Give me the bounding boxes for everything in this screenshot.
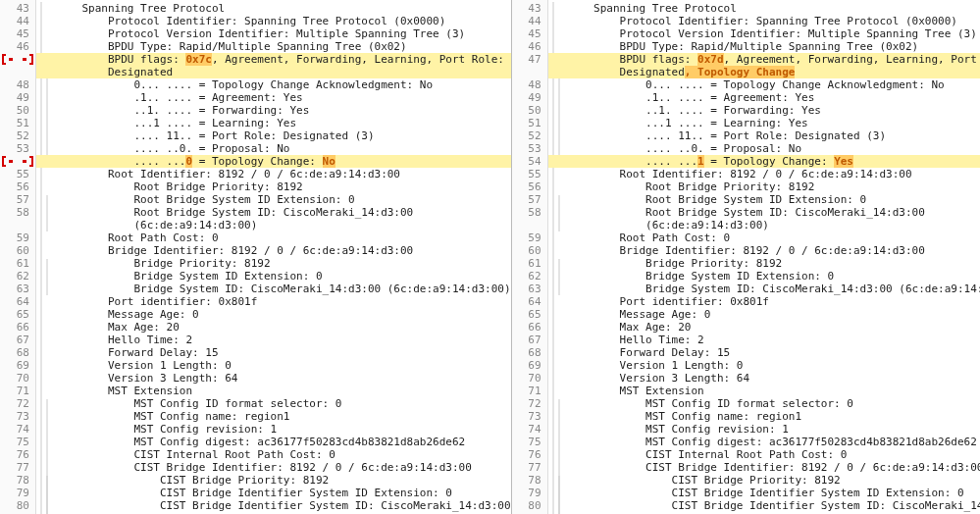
packet-field-row[interactable]: Bridge System ID: CiscoMeraki_14:d3:00 (…: [548, 283, 980, 295]
line-number: 54: [512, 155, 547, 168]
packet-field-row[interactable]: Version 3 Length: 64: [36, 372, 511, 385]
packet-field-row[interactable]: CIST Bridge Priority: 8192: [36, 474, 511, 487]
packet-field-row[interactable]: Max Age: 20: [36, 321, 511, 334]
packet-field-row[interactable]: BPDU flags: 0x7d, Agreement, Forwarding,…: [548, 53, 980, 66]
packet-field-row[interactable]: Designated, Topology Change: [548, 66, 980, 78]
packet-field-row[interactable]: Root Bridge System ID: CiscoMeraki_14:d3…: [36, 206, 511, 219]
line-number: 65: [512, 308, 547, 321]
packet-field-row[interactable]: Root Bridge Priority: 8192: [548, 180, 980, 193]
packet-field-row[interactable]: ..1. .... = Forwarding: Yes: [548, 104, 980, 117]
packet-field-row[interactable]: Protocol Identifier: Spanning Tree Proto…: [548, 15, 980, 27]
packet-field-row[interactable]: CIST Bridge Identifier: 8192 / 0 / 6c:de…: [548, 461, 980, 474]
packet-field-row[interactable]: MST Extension: [36, 385, 511, 397]
packet-field-row[interactable]: CIST Bridge Priority: 8192: [548, 474, 980, 487]
packet-field-row[interactable]: Hello Time: 2: [548, 334, 980, 346]
packet-field-row[interactable]: Message Age: 0: [36, 308, 511, 321]
diff-token: 1: [697, 155, 704, 168]
packet-field-row[interactable]: Port identifier: 0x801f: [548, 295, 980, 308]
packet-field-row[interactable]: Message Age: 0: [548, 308, 980, 321]
packet-field-row[interactable]: Protocol Version Identifier: Multiple Sp…: [548, 27, 980, 40]
packet-field-row[interactable]: Spanning Tree Protocol: [548, 2, 980, 15]
packet-field-row[interactable]: Bridge System ID Extension: 0: [548, 270, 980, 283]
packet-field-row[interactable]: MST Config name: region1: [36, 410, 511, 423]
diff-token: 0x7d: [697, 53, 724, 66]
packet-field-row[interactable]: MST Config ID format selector: 0: [548, 397, 980, 410]
packet-field-row[interactable]: Forward Delay: 15: [548, 346, 980, 359]
line-number: 75: [512, 436, 547, 448]
packet-field-row[interactable]: .1.. .... = Agreement: Yes: [36, 91, 511, 104]
packet-field-row[interactable]: Root Identifier: 8192 / 0 / 6c:de:a9:14:…: [36, 168, 511, 180]
packet-field-row[interactable]: BPDU flags: 0x7c, Agreement, Forwarding,…: [36, 53, 511, 66]
packet-field-row[interactable]: .1.. .... = Agreement: Yes: [548, 91, 980, 104]
packet-field-row[interactable]: Root Bridge System ID Extension: 0: [36, 193, 511, 206]
packet-field-row[interactable]: Forward Delay: 15: [36, 346, 511, 359]
pane-left[interactable]: 4344454647484950515253545556575859606162…: [0, 0, 512, 514]
packet-field-row[interactable]: (6c:de:a9:14:d3:00): [548, 219, 980, 231]
packet-field-row[interactable]: Bridge Priority: 8192: [548, 257, 980, 270]
packet-field-row[interactable]: BPDU Type: Rapid/Multiple Spanning Tree …: [36, 40, 511, 53]
packet-field-row[interactable]: MST Extension: [548, 385, 980, 397]
packet-field-row[interactable]: Root Bridge System ID Extension: 0: [548, 193, 980, 206]
packet-field-row[interactable]: Protocol Version Identifier: Multiple Sp…: [36, 27, 511, 40]
packet-field-row[interactable]: Version 1 Length: 0: [548, 359, 980, 372]
packet-field-row[interactable]: (6c:de:a9:14:d3:00): [36, 219, 511, 231]
packet-field-row[interactable]: MST Config digest: ac36177f50283cd4b8382…: [36, 436, 511, 448]
packet-field-row[interactable]: .... 11.. = Port Role: Designated (3): [548, 129, 980, 142]
packet-field-row[interactable]: Max Age: 20: [548, 321, 980, 334]
packet-field-row[interactable]: Port identifier: 0x801f: [36, 295, 511, 308]
packet-field-row[interactable]: CIST Internal Root Path Cost: 0: [36, 448, 511, 461]
packet-field-row[interactable]: Root Identifier: 8192 / 0 / 6c:de:a9:14:…: [548, 168, 980, 180]
packet-field-row[interactable]: .... ..0. = Proposal: No: [548, 142, 980, 155]
packet-field-row[interactable]: .... ...0 = Topology Change: No: [36, 155, 511, 168]
content-left[interactable]: Spanning Tree Protocol Protocol Identifi…: [36, 0, 511, 514]
line-number: [512, 66, 547, 78]
line-number: 80: [512, 499, 547, 512]
packet-field-row[interactable]: Bridge Identifier: 8192 / 0 / 6c:de:a9:1…: [548, 244, 980, 257]
packet-field-row[interactable]: CIST Bridge Identifier: 8192 / 0 / 6c:de…: [36, 461, 511, 474]
packet-field-row[interactable]: Version 1 Length: 0: [36, 359, 511, 372]
line-number: 53: [0, 142, 35, 155]
packet-field-row[interactable]: Hello Time: 2: [36, 334, 511, 346]
packet-field-row[interactable]: .... 11.. = Port Role: Designated (3): [36, 129, 511, 142]
packet-field-row[interactable]: CIST Bridge Identifier System ID Extensi…: [36, 487, 511, 499]
packet-field-row[interactable]: MST Config revision: 1: [548, 423, 980, 436]
packet-field-row[interactable]: Root Bridge System ID: CiscoMeraki_14:d3…: [548, 206, 980, 219]
packet-field-row[interactable]: MST Config digest: ac36177f50283cd4b8382…: [548, 436, 980, 448]
packet-field-row[interactable]: Root Path Cost: 0: [36, 231, 511, 244]
packet-field-text: Max Age: 20: [548, 321, 692, 334]
packet-field-row[interactable]: CIST Bridge Identifier System ID: CiscoM…: [548, 499, 980, 512]
packet-field-row[interactable]: Protocol Identifier: Spanning Tree Proto…: [36, 15, 511, 27]
packet-field-row[interactable]: Root Bridge Priority: 8192: [36, 180, 511, 193]
line-number: 78: [512, 474, 547, 487]
packet-field-row[interactable]: .... ..0. = Proposal: No: [36, 142, 511, 155]
packet-field-row[interactable]: Bridge System ID: CiscoMeraki_14:d3:00 (…: [36, 283, 511, 295]
line-number: 73: [512, 410, 547, 423]
line-number: 62: [0, 270, 35, 283]
packet-field-row[interactable]: Root Path Cost: 0: [548, 231, 980, 244]
line-number: 71: [0, 385, 35, 397]
packet-field-row[interactable]: MST Config ID format selector: 0: [36, 397, 511, 410]
packet-field-row[interactable]: Bridge Priority: 8192: [36, 257, 511, 270]
packet-field-row[interactable]: Bridge Identifier: 8192 / 0 / 6c:de:a9:1…: [36, 244, 511, 257]
packet-field-row[interactable]: CIST Bridge Identifier System ID: CiscoM…: [36, 499, 511, 512]
packet-field-row[interactable]: 0... .... = Topology Change Acknowledgme…: [548, 78, 980, 91]
packet-field-row[interactable]: BPDU Type: Rapid/Multiple Spanning Tree …: [548, 40, 980, 53]
packet-field-text: 0... .... = Topology Change Acknowledgme…: [548, 78, 945, 91]
packet-field-row[interactable]: 0... .... = Topology Change Acknowledgme…: [36, 78, 511, 91]
packet-field-row[interactable]: MST Config name: region1: [548, 410, 980, 423]
packet-field-row[interactable]: CIST Internal Root Path Cost: 0: [548, 448, 980, 461]
packet-field-row[interactable]: Bridge System ID Extension: 0: [36, 270, 511, 283]
packet-field-row[interactable]: Designated: [36, 66, 511, 78]
packet-field-text: Message Age: 0: [548, 308, 711, 321]
packet-field-row[interactable]: ...1 .... = Learning: Yes: [548, 117, 980, 129]
pane-right[interactable]: 4344454647484950515253545556575859606162…: [512, 0, 980, 514]
packet-field-row[interactable]: MST Config revision: 1: [36, 423, 511, 436]
packet-field-row[interactable]: .... ...1 = Topology Change: Yes: [548, 155, 980, 168]
packet-field-row[interactable]: ..1. .... = Forwarding: Yes: [36, 104, 511, 117]
packet-field-row[interactable]: ...1 .... = Learning: Yes: [36, 117, 511, 129]
packet-field-row[interactable]: Spanning Tree Protocol: [36, 2, 511, 15]
packet-field-row[interactable]: CIST Bridge Identifier System ID Extensi…: [548, 487, 980, 499]
content-right[interactable]: Spanning Tree Protocol Protocol Identifi…: [548, 0, 980, 514]
line-number: 46: [512, 40, 547, 53]
packet-field-row[interactable]: Version 3 Length: 64: [548, 372, 980, 385]
